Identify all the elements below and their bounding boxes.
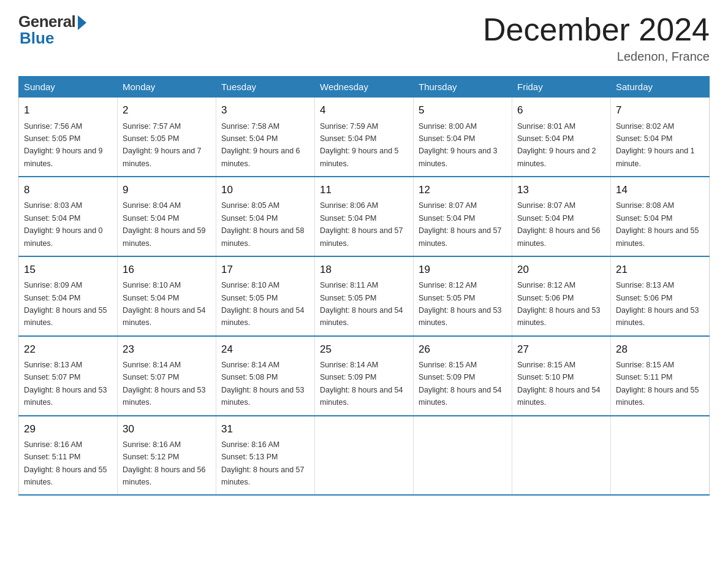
day-number: 3: [221, 102, 309, 118]
day-number: 7: [616, 102, 704, 118]
day-number: 9: [123, 182, 211, 198]
day-info: Sunrise: 8:16 AMSunset: 5:11 PMDaylight:…: [24, 440, 107, 486]
day-info: Sunrise: 8:13 AMSunset: 5:06 PMDaylight:…: [616, 281, 699, 327]
day-info: Sunrise: 8:01 AMSunset: 5:04 PMDaylight:…: [517, 122, 596, 168]
table-row: 8Sunrise: 8:03 AMSunset: 5:04 PMDaylight…: [19, 177, 118, 256]
day-info: Sunrise: 8:11 AMSunset: 5:05 PMDaylight:…: [320, 281, 403, 327]
table-row: 24Sunrise: 8:14 AMSunset: 5:08 PMDayligh…: [216, 336, 315, 416]
day-info: Sunrise: 8:15 AMSunset: 5:11 PMDaylight:…: [616, 361, 699, 407]
table-row: 16Sunrise: 8:10 AMSunset: 5:04 PMDayligh…: [118, 256, 216, 336]
day-info: Sunrise: 8:00 AMSunset: 5:04 PMDaylight:…: [419, 122, 498, 168]
day-info: Sunrise: 8:06 AMSunset: 5:04 PMDaylight:…: [320, 201, 403, 247]
table-row: [512, 416, 611, 496]
table-row: 18Sunrise: 8:11 AMSunset: 5:05 PMDayligh…: [315, 256, 414, 336]
table-row: 17Sunrise: 8:10 AMSunset: 5:05 PMDayligh…: [216, 256, 315, 336]
day-info: Sunrise: 8:08 AMSunset: 5:04 PMDaylight:…: [616, 201, 699, 247]
day-number: 4: [320, 102, 408, 118]
table-row: 21Sunrise: 8:13 AMSunset: 5:06 PMDayligh…: [611, 256, 710, 336]
calendar-week-row: 1Sunrise: 7:56 AMSunset: 5:05 PMDaylight…: [19, 98, 710, 177]
calendar-week-row: 8Sunrise: 8:03 AMSunset: 5:04 PMDaylight…: [19, 177, 710, 256]
day-number: 18: [320, 262, 408, 278]
day-info: Sunrise: 8:16 AMSunset: 5:13 PMDaylight:…: [221, 440, 305, 486]
table-row: 19Sunrise: 8:12 AMSunset: 5:05 PMDayligh…: [414, 256, 512, 336]
table-row: 11Sunrise: 8:06 AMSunset: 5:04 PMDayligh…: [315, 177, 414, 256]
table-row: 9Sunrise: 8:04 AMSunset: 5:04 PMDaylight…: [118, 177, 216, 256]
day-info: Sunrise: 7:56 AMSunset: 5:05 PMDaylight:…: [24, 122, 103, 168]
day-info: Sunrise: 8:10 AMSunset: 5:05 PMDaylight:…: [221, 281, 305, 327]
day-number: 10: [221, 182, 309, 198]
title-block: December 2024 Ledenon, France: [483, 12, 710, 64]
page-header: General Blue December 2024 Ledenon, Fran…: [18, 12, 710, 64]
table-row: 30Sunrise: 8:16 AMSunset: 5:12 PMDayligh…: [118, 416, 216, 496]
logo: General Blue: [18, 12, 86, 48]
day-number: 15: [24, 262, 112, 278]
day-info: Sunrise: 8:14 AMSunset: 5:07 PMDaylight:…: [123, 361, 206, 407]
day-info: Sunrise: 8:04 AMSunset: 5:04 PMDaylight:…: [123, 201, 206, 247]
calendar-week-row: 29Sunrise: 8:16 AMSunset: 5:11 PMDayligh…: [19, 416, 710, 496]
table-row: 3Sunrise: 7:58 AMSunset: 5:04 PMDaylight…: [216, 98, 315, 177]
table-row: 23Sunrise: 8:14 AMSunset: 5:07 PMDayligh…: [118, 336, 216, 416]
day-info: Sunrise: 8:07 AMSunset: 5:04 PMDaylight:…: [517, 201, 601, 247]
table-row: 6Sunrise: 8:01 AMSunset: 5:04 PMDaylight…: [512, 98, 611, 177]
table-row: 25Sunrise: 8:14 AMSunset: 5:09 PMDayligh…: [315, 336, 414, 416]
day-number: 25: [320, 342, 408, 358]
col-tuesday: Tuesday: [216, 77, 315, 98]
table-row: 20Sunrise: 8:12 AMSunset: 5:06 PMDayligh…: [512, 256, 611, 336]
day-info: Sunrise: 8:15 AMSunset: 5:09 PMDaylight:…: [419, 361, 502, 407]
table-row: 26Sunrise: 8:15 AMSunset: 5:09 PMDayligh…: [414, 336, 512, 416]
day-number: 27: [517, 342, 605, 358]
day-info: Sunrise: 8:14 AMSunset: 5:09 PMDaylight:…: [320, 361, 403, 407]
day-info: Sunrise: 8:05 AMSunset: 5:04 PMDaylight:…: [221, 201, 305, 247]
table-row: 14Sunrise: 8:08 AMSunset: 5:04 PMDayligh…: [611, 177, 710, 256]
day-number: 1: [24, 102, 112, 118]
col-friday: Friday: [512, 77, 611, 98]
col-saturday: Saturday: [611, 77, 710, 98]
table-row: 27Sunrise: 8:15 AMSunset: 5:10 PMDayligh…: [512, 336, 611, 416]
day-number: 22: [24, 342, 112, 358]
day-info: Sunrise: 8:07 AMSunset: 5:04 PMDaylight:…: [419, 201, 502, 247]
col-wednesday: Wednesday: [315, 77, 414, 98]
table-row: 29Sunrise: 8:16 AMSunset: 5:11 PMDayligh…: [19, 416, 118, 496]
table-row: 4Sunrise: 7:59 AMSunset: 5:04 PMDaylight…: [315, 98, 414, 177]
table-row: 28Sunrise: 8:15 AMSunset: 5:11 PMDayligh…: [611, 336, 710, 416]
col-monday: Monday: [118, 77, 216, 98]
day-number: 12: [419, 182, 507, 198]
location: Ledenon, France: [483, 50, 710, 64]
day-info: Sunrise: 8:03 AMSunset: 5:04 PMDaylight:…: [24, 201, 103, 247]
table-row: 10Sunrise: 8:05 AMSunset: 5:04 PMDayligh…: [216, 177, 315, 256]
day-info: Sunrise: 8:12 AMSunset: 5:05 PMDaylight:…: [419, 281, 502, 327]
day-number: 21: [616, 262, 704, 278]
day-number: 20: [517, 262, 605, 278]
calendar-table: Sunday Monday Tuesday Wednesday Thursday…: [18, 76, 710, 496]
day-number: 17: [221, 262, 309, 278]
calendar-week-row: 22Sunrise: 8:13 AMSunset: 5:07 PMDayligh…: [19, 336, 710, 416]
day-number: 6: [517, 102, 605, 118]
day-number: 11: [320, 182, 408, 198]
calendar-week-row: 15Sunrise: 8:09 AMSunset: 5:04 PMDayligh…: [19, 256, 710, 336]
table-row: 1Sunrise: 7:56 AMSunset: 5:05 PMDaylight…: [19, 98, 118, 177]
day-number: 24: [221, 342, 309, 358]
day-info: Sunrise: 8:12 AMSunset: 5:06 PMDaylight:…: [517, 281, 601, 327]
day-info: Sunrise: 8:13 AMSunset: 5:07 PMDaylight:…: [24, 361, 107, 407]
table-row: 5Sunrise: 8:00 AMSunset: 5:04 PMDaylight…: [414, 98, 512, 177]
month-title: December 2024: [483, 12, 710, 47]
day-info: Sunrise: 8:09 AMSunset: 5:04 PMDaylight:…: [24, 281, 107, 327]
day-number: 19: [419, 262, 507, 278]
day-number: 31: [221, 421, 309, 437]
table-row: 15Sunrise: 8:09 AMSunset: 5:04 PMDayligh…: [19, 256, 118, 336]
day-number: 23: [123, 342, 211, 358]
table-row: [414, 416, 512, 496]
day-info: Sunrise: 8:15 AMSunset: 5:10 PMDaylight:…: [517, 361, 601, 407]
table-row: 13Sunrise: 8:07 AMSunset: 5:04 PMDayligh…: [512, 177, 611, 256]
day-info: Sunrise: 8:02 AMSunset: 5:04 PMDaylight:…: [616, 122, 695, 168]
day-number: 8: [24, 182, 112, 198]
day-number: 28: [616, 342, 704, 358]
table-row: 2Sunrise: 7:57 AMSunset: 5:05 PMDaylight…: [118, 98, 216, 177]
day-number: 5: [419, 102, 507, 118]
day-info: Sunrise: 7:58 AMSunset: 5:04 PMDaylight:…: [221, 122, 300, 168]
day-number: 26: [419, 342, 507, 358]
col-thursday: Thursday: [414, 77, 512, 98]
day-number: 14: [616, 182, 704, 198]
day-info: Sunrise: 8:14 AMSunset: 5:08 PMDaylight:…: [221, 361, 305, 407]
day-info: Sunrise: 7:57 AMSunset: 5:05 PMDaylight:…: [123, 122, 202, 168]
